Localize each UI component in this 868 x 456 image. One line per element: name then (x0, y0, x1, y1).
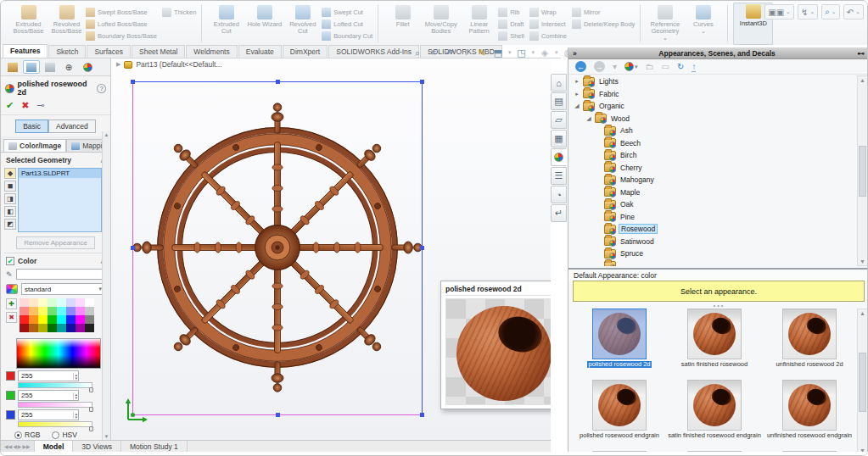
motion-study-tab[interactable]: Motion Study 1 (121, 441, 188, 452)
expand-arrow-icon[interactable]: ▸ (574, 91, 580, 97)
blue-value-input[interactable]: 255▴▾ (18, 409, 79, 420)
scrollbar-thumb[interactable] (859, 353, 866, 412)
scroll-down-icon[interactable]: ▼ (104, 434, 109, 439)
intersect-button[interactable]: Intersect (529, 19, 567, 29)
search-group[interactable]: ⌕⌄ (821, 4, 839, 19)
eyedropper-icon[interactable]: ✎ (6, 270, 13, 279)
lofted-boss-base-button[interactable]: Lofted Boss/Base (86, 19, 157, 29)
advanced-mode-button[interactable]: Advanced (48, 120, 96, 133)
draft-button[interactable]: Draft (498, 19, 524, 29)
revolved-boss-base-button[interactable]: Revolved Boss/Base (48, 4, 86, 36)
history-dropdown-icon[interactable]: ▾ (613, 62, 617, 71)
scroll-up-icon[interactable]: ▲ (860, 77, 865, 83)
view-orientation-icon[interactable]: ⬒ (492, 47, 504, 58)
thumbnail-polished-rosewood-2d[interactable] (592, 309, 647, 359)
extruded-cut-button[interactable]: Extruded Cut (207, 4, 245, 36)
thumbnail-polished-rosewood-endgrain[interactable] (592, 380, 647, 431)
boundary-cut-button[interactable]: Boundary Cut (322, 31, 372, 41)
scroll-down-icon[interactable]: ▼ (860, 259, 865, 264)
hsv-radio[interactable]: HSV (52, 431, 76, 439)
back-button[interactable]: ← (575, 61, 586, 72)
collapse-arrow-icon[interactable]: ◢ (574, 103, 580, 109)
model-tab[interactable]: Model (35, 441, 74, 452)
selection-handle[interactable] (420, 80, 424, 84)
tab-weldments[interactable]: Weldments (186, 45, 237, 58)
scroll-up-icon[interactable]: ▲ (104, 132, 109, 137)
propertymanager-tab[interactable] (23, 60, 40, 74)
selection-handle[interactable] (420, 413, 424, 417)
tree-item-oak[interactable]: Oak (568, 198, 857, 211)
refresh-icon[interactable]: ↻ (677, 62, 684, 71)
color-checkbox[interactable]: ✔ (6, 257, 14, 265)
tree-scrollbar[interactable]: ▲▼ (857, 75, 868, 266)
tree-item-maple[interactable]: Maple (568, 186, 857, 199)
color-image-tab[interactable]: Color/Image (3, 139, 66, 152)
tree-item-organic[interactable]: ◢Organic (568, 100, 857, 113)
expand-arrow-icon[interactable]: ▸ (574, 78, 580, 85)
delete-icon[interactable]: 🗀 (646, 62, 654, 71)
remove-swatch-button[interactable]: ✖ (6, 312, 17, 323)
hole-wizard-button[interactable]: Hole Wizard (245, 4, 283, 29)
collapse-arrow-icon[interactable]: ◢ (585, 115, 592, 122)
display-panes-group[interactable]: ▣▣⌄ (764, 4, 794, 19)
scroll-up-icon[interactable]: ▲ (860, 310, 865, 316)
fillet-button[interactable]: Fillet (384, 4, 422, 29)
breadcrumb[interactable]: ▶ Part13 (Default<<Default... (116, 60, 222, 69)
selection-handle[interactable] (131, 80, 135, 84)
pin-icon[interactable]: ⊷ (858, 49, 865, 58)
selected-geometry-list[interactable]: Part13.SLDPRT (18, 168, 102, 232)
view-palette-tab[interactable]: ▦ (551, 130, 567, 147)
tree-item-ash[interactable]: Ash (568, 125, 857, 137)
selection-handle[interactable] (131, 246, 135, 250)
scrollbar-thumb[interactable] (859, 146, 866, 197)
solidworks-resources-tab[interactable]: ⌂ (551, 74, 567, 92)
spinner-icons[interactable]: ▴▾ (73, 373, 78, 380)
feature-filter-icon[interactable]: ◩ (4, 219, 16, 230)
tree-item-partial[interactable] (568, 260, 857, 267)
color-swatch-path-input[interactable] (16, 269, 105, 280)
tree-item-beech[interactable]: Beech (568, 137, 857, 150)
display-style-icon[interactable]: ◳ (516, 47, 528, 58)
delete-keep-body-button[interactable]: Delete/Keep Body (572, 19, 635, 29)
tab-navigation-arrows[interactable]: ◀◀ ◀ ▶ ▶▶ (1, 441, 35, 452)
red-slider[interactable] (18, 382, 92, 388)
tab-sheet-metal[interactable]: Sheet Metal (132, 45, 185, 58)
selection-handle[interactable] (276, 80, 280, 84)
help-icon[interactable]: ? (97, 84, 106, 93)
cancel-button[interactable]: ✖ (21, 100, 29, 111)
file-explorer-tab[interactable]: ▱ (551, 111, 567, 129)
pane-extra-tab[interactable]: ↵ (551, 204, 567, 222)
surface-filter-icon[interactable]: ◧ (4, 206, 16, 217)
tree-item-mahogany[interactable]: Mahogany (568, 174, 857, 186)
tree-item-wood[interactable]: ◢Wood (568, 113, 857, 125)
solidworks-forum-tab[interactable]: ◔ (551, 186, 567, 203)
add-swatch-button[interactable]: ✚ (6, 298, 17, 309)
3d-views-tab[interactable]: 3D Views (73, 441, 121, 452)
tree-item-rosewood[interactable]: Rosewood (568, 223, 857, 236)
tree-item-lights[interactable]: ▸Lights (568, 75, 857, 88)
featuremanager-tab[interactable] (4, 60, 21, 74)
thumbnail-unfinished-rosewood-endgrain[interactable] (782, 380, 837, 431)
revolved-cut-button[interactable]: Revolved Cut (283, 4, 322, 36)
selection-bounding-box[interactable] (132, 81, 423, 415)
tab-dimxpert[interactable]: DimXpert (283, 45, 328, 58)
first-tab-icon[interactable]: ◀◀ (4, 443, 12, 449)
extruded-boss-base-button[interactable]: Extruded Boss/Base (9, 4, 48, 36)
dynamic-annotation-icon[interactable]: ✎ (476, 47, 488, 58)
appearances-tab[interactable] (551, 148, 567, 166)
swept-boss-base-button[interactable]: Swept Boss/Base (86, 7, 157, 17)
green-slider[interactable] (18, 402, 92, 408)
configurationmanager-tab[interactable] (42, 60, 59, 74)
curves-button[interactable]: Curves⌄ (684, 4, 722, 36)
thumbnail-satin-finished-rosewood[interactable] (687, 309, 742, 359)
move-copy-bodies-button[interactable]: Move/Copy Bodies (422, 4, 460, 36)
tab-solidworks-addins[interactable]: SOLIDWORKS Add-Ins (328, 45, 419, 58)
tree-item-cherry[interactable]: Cherry (568, 162, 857, 175)
panel-scrollbar[interactable]: ▲▼ (102, 131, 110, 440)
rebuild-group[interactable]: ↯⌄ (798, 4, 818, 19)
wrap-button[interactable]: Wrap (529, 7, 567, 17)
tree-item-satinwood[interactable]: Satinwood (568, 236, 857, 248)
tab-surfaces[interactable]: Surfaces (87, 45, 131, 58)
selection-handle[interactable] (420, 246, 424, 250)
thicken-button[interactable]: Thicken (162, 7, 196, 17)
